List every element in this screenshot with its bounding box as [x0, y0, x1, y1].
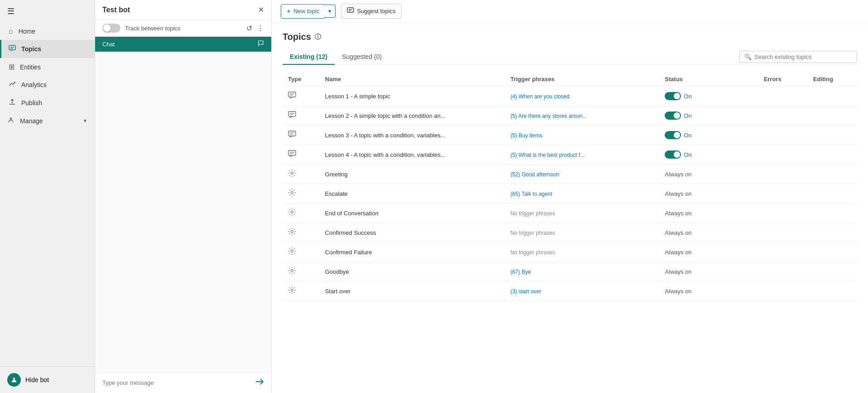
topic-name-cell[interactable]: Goodbye	[320, 262, 505, 281]
trigger-link[interactable]: (65) Talk to agent	[510, 191, 552, 197]
avatar	[7, 373, 21, 387]
topic-type-cell	[283, 184, 320, 204]
table-row: Goodbye(67) ByeAlways on	[283, 262, 857, 281]
topic-name-cell[interactable]: Escalate	[320, 184, 505, 204]
close-icon[interactable]: ✕	[258, 5, 264, 14]
search-icon: 🔍	[744, 53, 752, 60]
chat-tab[interactable]: Chat	[95, 37, 271, 52]
info-icon[interactable]: ⓘ	[315, 33, 321, 41]
topic-status-cell: Always on	[659, 262, 758, 281]
topic-name-cell[interactable]: Confirmed Success	[320, 223, 505, 243]
toggle-on[interactable]	[665, 131, 681, 139]
topic-name-cell[interactable]: Lesson 3 - A topic with a condition, var…	[320, 126, 505, 145]
status-toggle[interactable]: On	[665, 131, 753, 139]
on-label: On	[684, 112, 691, 119]
topic-name-cell[interactable]: Lesson 4 - A topic with a condition, var…	[320, 145, 505, 165]
topic-name-cell[interactable]: Lesson 1 - A simple topic	[320, 87, 505, 106]
topic-name-cell[interactable]: Greeting	[320, 165, 505, 184]
gear-icon	[288, 210, 296, 218]
sidebar: ☰ ⌂ Home Topics ⊞ Entities Analytics	[0, 0, 95, 393]
topic-type-cell	[283, 223, 320, 243]
topic-type-cell	[283, 281, 320, 301]
sidebar-item-analytics[interactable]: Analytics	[0, 76, 95, 94]
tab-suggested[interactable]: Suggested (0)	[335, 49, 389, 65]
sidebar-item-manage[interactable]: Manage ▼	[0, 112, 95, 130]
col-header-status: Status	[659, 72, 758, 87]
sidebar-item-publish[interactable]: Publish	[0, 94, 95, 112]
toggle-on[interactable]	[665, 92, 681, 100]
suggest-topics-button[interactable]: Suggest topics	[341, 4, 401, 19]
col-header-trigger: Trigger phrases	[505, 72, 659, 87]
hide-bot-button[interactable]: Hide bot	[0, 366, 95, 393]
topic-name-cell[interactable]: Confirmed Failure	[320, 243, 505, 262]
hamburger-menu[interactable]: ☰	[0, 0, 95, 23]
table-row: Confirmed FailureNo trigger phrasesAlway…	[283, 243, 857, 262]
svg-point-25	[291, 192, 293, 194]
table-row: Greeting(52) Good afternoonAlways on	[283, 165, 857, 184]
search-input[interactable]	[754, 53, 852, 60]
topics-icon	[9, 44, 16, 53]
track-topics-toggle[interactable]	[102, 24, 120, 33]
status-toggle[interactable]: On	[665, 92, 753, 100]
topic-trigger-cell: (3) start over	[505, 281, 659, 301]
test-bot-controls: Track between topics ↺ ⋮	[95, 20, 271, 37]
gear-icon	[288, 249, 296, 257]
sidebar-item-entities[interactable]: ⊞ Entities	[0, 58, 95, 76]
refresh-icon[interactable]: ↺	[246, 24, 252, 33]
topics-section: Topics ⓘ Existing (12) Suggested (0) 🔍 T…	[272, 23, 868, 393]
more-options-icon[interactable]: ⋮	[257, 24, 264, 33]
send-button[interactable]	[255, 377, 264, 388]
on-label: On	[684, 93, 691, 100]
topic-name-cell[interactable]: End of Conversation	[320, 204, 505, 223]
topic-errors-cell	[758, 145, 808, 165]
sidebar-item-topics[interactable]: Topics	[0, 40, 95, 58]
topic-trigger-cell: (65) Talk to agent	[505, 184, 659, 204]
trigger-link[interactable]: (5) Are there any stores aroun...	[510, 113, 587, 119]
gear-icon	[288, 229, 296, 237]
tab-existing[interactable]: Existing (12)	[283, 49, 335, 65]
test-bot-action-icons: ↺ ⋮	[246, 24, 264, 33]
publish-icon	[9, 98, 16, 107]
trigger-link[interactable]: (5) Buy items	[510, 132, 542, 139]
topic-editing-cell	[808, 165, 857, 184]
new-topic-button[interactable]: + New topic	[281, 4, 325, 19]
always-on-label: Always on	[665, 229, 691, 236]
col-header-name: Name	[320, 72, 505, 87]
topic-editing-cell	[808, 145, 857, 165]
topic-status-cell: Always on	[659, 281, 758, 301]
chat-input[interactable]	[102, 379, 251, 386]
toggle-on[interactable]	[665, 150, 681, 159]
topic-trigger-cell: No trigger phrases	[505, 204, 659, 223]
topic-errors-cell	[758, 204, 808, 223]
table-row: Escalate(65) Talk to agentAlways on	[283, 184, 857, 204]
trigger-link[interactable]: (52) Good afternoon	[510, 171, 559, 178]
svg-point-26	[291, 211, 293, 213]
test-bot-panel: Test bot ✕ Track between topics ↺ ⋮ Chat	[95, 0, 272, 393]
on-label: On	[684, 132, 691, 139]
trigger-link[interactable]: (4) When are you closed	[510, 93, 570, 100]
status-toggle[interactable]: On	[665, 150, 753, 159]
chat-tab-label: Chat	[102, 41, 115, 48]
topic-errors-cell	[758, 262, 808, 281]
trigger-link[interactable]: (3) start over	[510, 288, 541, 295]
svg-point-5	[10, 118, 12, 120]
chat-icon	[288, 93, 296, 101]
chat-area	[95, 52, 271, 372]
topic-status-cell: Always on	[659, 165, 758, 184]
topic-errors-cell	[758, 184, 808, 204]
status-toggle[interactable]: On	[665, 112, 753, 120]
new-topic-dropdown[interactable]: ▾	[325, 5, 336, 18]
trigger-link[interactable]: (5) What is the best product f...	[510, 152, 585, 158]
sidebar-item-home[interactable]: ⌂ Home	[0, 23, 95, 40]
toggle-on[interactable]	[665, 112, 681, 120]
trigger-link[interactable]: (67) Bye	[510, 269, 531, 275]
gear-icon	[288, 190, 296, 198]
topics-title: Topics	[283, 32, 311, 42]
topic-status-cell: On	[659, 106, 758, 126]
col-header-editing: Editing	[808, 72, 857, 87]
topic-status-cell: Always on	[659, 204, 758, 223]
topic-name-cell[interactable]: Lesson 2 - A simple topic with a conditi…	[320, 106, 505, 126]
topic-editing-cell	[808, 243, 857, 262]
topic-trigger-cell: (5) What is the best product f...	[505, 145, 659, 165]
topic-name-cell[interactable]: Start over	[320, 281, 505, 301]
